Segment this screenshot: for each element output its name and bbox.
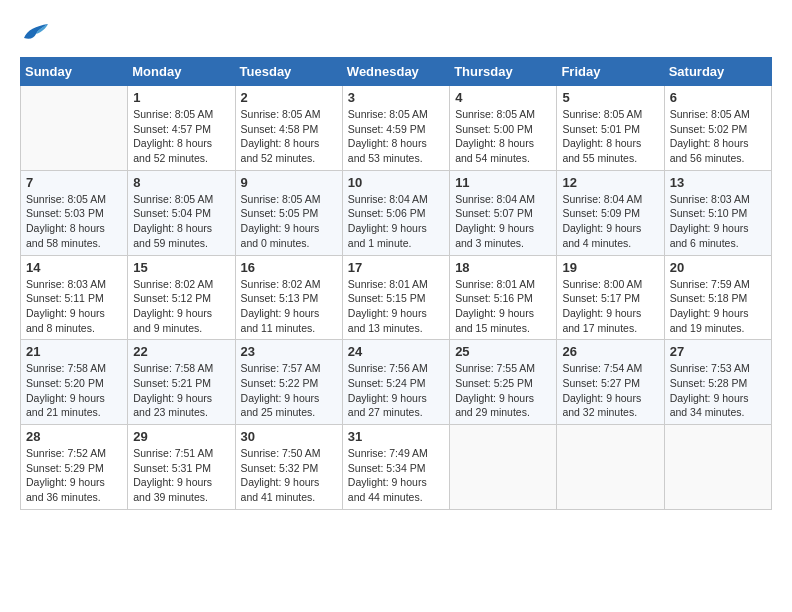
calendar-cell: 19Sunrise: 8:00 AM Sunset: 5:17 PM Dayli…	[557, 255, 664, 340]
day-number: 15	[133, 260, 229, 275]
day-number: 16	[241, 260, 337, 275]
day-info: Sunrise: 8:05 AM Sunset: 5:05 PM Dayligh…	[241, 192, 337, 251]
calendar-cell: 10Sunrise: 8:04 AM Sunset: 5:06 PM Dayli…	[342, 170, 449, 255]
calendar-cell: 11Sunrise: 8:04 AM Sunset: 5:07 PM Dayli…	[450, 170, 557, 255]
day-number: 25	[455, 344, 551, 359]
day-info: Sunrise: 8:04 AM Sunset: 5:07 PM Dayligh…	[455, 192, 551, 251]
day-info: Sunrise: 8:05 AM Sunset: 4:59 PM Dayligh…	[348, 107, 444, 166]
calendar-cell: 26Sunrise: 7:54 AM Sunset: 5:27 PM Dayli…	[557, 340, 664, 425]
day-number: 7	[26, 175, 122, 190]
week-row-3: 14Sunrise: 8:03 AM Sunset: 5:11 PM Dayli…	[21, 255, 772, 340]
day-number: 4	[455, 90, 551, 105]
week-row-1: 1Sunrise: 8:05 AM Sunset: 4:57 PM Daylig…	[21, 86, 772, 171]
day-number: 29	[133, 429, 229, 444]
weekday-header-wednesday: Wednesday	[342, 58, 449, 86]
calendar-cell	[664, 425, 771, 510]
calendar-cell	[21, 86, 128, 171]
day-info: Sunrise: 7:53 AM Sunset: 5:28 PM Dayligh…	[670, 361, 766, 420]
calendar-cell: 12Sunrise: 8:04 AM Sunset: 5:09 PM Dayli…	[557, 170, 664, 255]
calendar-cell: 18Sunrise: 8:01 AM Sunset: 5:16 PM Dayli…	[450, 255, 557, 340]
day-number: 8	[133, 175, 229, 190]
day-number: 30	[241, 429, 337, 444]
day-number: 22	[133, 344, 229, 359]
day-number: 31	[348, 429, 444, 444]
day-info: Sunrise: 8:04 AM Sunset: 5:09 PM Dayligh…	[562, 192, 658, 251]
calendar-table: SundayMondayTuesdayWednesdayThursdayFrid…	[20, 57, 772, 510]
day-info: Sunrise: 8:01 AM Sunset: 5:16 PM Dayligh…	[455, 277, 551, 336]
week-row-5: 28Sunrise: 7:52 AM Sunset: 5:29 PM Dayli…	[21, 425, 772, 510]
weekday-header-tuesday: Tuesday	[235, 58, 342, 86]
day-number: 9	[241, 175, 337, 190]
calendar-cell: 3Sunrise: 8:05 AM Sunset: 4:59 PM Daylig…	[342, 86, 449, 171]
day-number: 27	[670, 344, 766, 359]
calendar-cell: 9Sunrise: 8:05 AM Sunset: 5:05 PM Daylig…	[235, 170, 342, 255]
calendar-cell	[557, 425, 664, 510]
calendar-cell: 7Sunrise: 8:05 AM Sunset: 5:03 PM Daylig…	[21, 170, 128, 255]
day-number: 11	[455, 175, 551, 190]
day-info: Sunrise: 8:03 AM Sunset: 5:11 PM Dayligh…	[26, 277, 122, 336]
calendar-cell: 17Sunrise: 8:01 AM Sunset: 5:15 PM Dayli…	[342, 255, 449, 340]
day-number: 6	[670, 90, 766, 105]
day-number: 14	[26, 260, 122, 275]
weekday-header-row: SundayMondayTuesdayWednesdayThursdayFrid…	[21, 58, 772, 86]
calendar-cell: 5Sunrise: 8:05 AM Sunset: 5:01 PM Daylig…	[557, 86, 664, 171]
day-info: Sunrise: 8:05 AM Sunset: 4:57 PM Dayligh…	[133, 107, 229, 166]
day-info: Sunrise: 8:02 AM Sunset: 5:12 PM Dayligh…	[133, 277, 229, 336]
page-header	[20, 20, 772, 42]
day-info: Sunrise: 8:04 AM Sunset: 5:06 PM Dayligh…	[348, 192, 444, 251]
calendar-cell: 21Sunrise: 7:58 AM Sunset: 5:20 PM Dayli…	[21, 340, 128, 425]
day-info: Sunrise: 8:02 AM Sunset: 5:13 PM Dayligh…	[241, 277, 337, 336]
calendar-cell: 29Sunrise: 7:51 AM Sunset: 5:31 PM Dayli…	[128, 425, 235, 510]
calendar-cell: 8Sunrise: 8:05 AM Sunset: 5:04 PM Daylig…	[128, 170, 235, 255]
day-info: Sunrise: 8:05 AM Sunset: 5:04 PM Dayligh…	[133, 192, 229, 251]
calendar-cell: 30Sunrise: 7:50 AM Sunset: 5:32 PM Dayli…	[235, 425, 342, 510]
day-info: Sunrise: 7:58 AM Sunset: 5:20 PM Dayligh…	[26, 361, 122, 420]
day-number: 12	[562, 175, 658, 190]
calendar-cell: 4Sunrise: 8:05 AM Sunset: 5:00 PM Daylig…	[450, 86, 557, 171]
day-info: Sunrise: 7:59 AM Sunset: 5:18 PM Dayligh…	[670, 277, 766, 336]
day-number: 24	[348, 344, 444, 359]
day-info: Sunrise: 8:05 AM Sunset: 5:03 PM Dayligh…	[26, 192, 122, 251]
day-info: Sunrise: 7:57 AM Sunset: 5:22 PM Dayligh…	[241, 361, 337, 420]
day-number: 1	[133, 90, 229, 105]
logo-bird-icon	[22, 20, 50, 42]
day-number: 2	[241, 90, 337, 105]
weekday-header-sunday: Sunday	[21, 58, 128, 86]
calendar-cell: 16Sunrise: 8:02 AM Sunset: 5:13 PM Dayli…	[235, 255, 342, 340]
calendar-cell: 6Sunrise: 8:05 AM Sunset: 5:02 PM Daylig…	[664, 86, 771, 171]
calendar-cell: 27Sunrise: 7:53 AM Sunset: 5:28 PM Dayli…	[664, 340, 771, 425]
day-info: Sunrise: 7:50 AM Sunset: 5:32 PM Dayligh…	[241, 446, 337, 505]
day-info: Sunrise: 7:55 AM Sunset: 5:25 PM Dayligh…	[455, 361, 551, 420]
day-info: Sunrise: 8:05 AM Sunset: 5:02 PM Dayligh…	[670, 107, 766, 166]
day-info: Sunrise: 7:52 AM Sunset: 5:29 PM Dayligh…	[26, 446, 122, 505]
day-info: Sunrise: 7:56 AM Sunset: 5:24 PM Dayligh…	[348, 361, 444, 420]
calendar-cell: 2Sunrise: 8:05 AM Sunset: 4:58 PM Daylig…	[235, 86, 342, 171]
day-info: Sunrise: 7:58 AM Sunset: 5:21 PM Dayligh…	[133, 361, 229, 420]
day-info: Sunrise: 8:01 AM Sunset: 5:15 PM Dayligh…	[348, 277, 444, 336]
day-number: 19	[562, 260, 658, 275]
week-row-4: 21Sunrise: 7:58 AM Sunset: 5:20 PM Dayli…	[21, 340, 772, 425]
day-info: Sunrise: 8:05 AM Sunset: 5:01 PM Dayligh…	[562, 107, 658, 166]
day-number: 10	[348, 175, 444, 190]
calendar-cell: 24Sunrise: 7:56 AM Sunset: 5:24 PM Dayli…	[342, 340, 449, 425]
weekday-header-friday: Friday	[557, 58, 664, 86]
day-number: 18	[455, 260, 551, 275]
logo	[20, 20, 50, 42]
day-number: 3	[348, 90, 444, 105]
calendar-cell: 14Sunrise: 8:03 AM Sunset: 5:11 PM Dayli…	[21, 255, 128, 340]
day-info: Sunrise: 7:51 AM Sunset: 5:31 PM Dayligh…	[133, 446, 229, 505]
day-number: 5	[562, 90, 658, 105]
day-info: Sunrise: 8:05 AM Sunset: 4:58 PM Dayligh…	[241, 107, 337, 166]
day-number: 20	[670, 260, 766, 275]
week-row-2: 7Sunrise: 8:05 AM Sunset: 5:03 PM Daylig…	[21, 170, 772, 255]
day-number: 23	[241, 344, 337, 359]
calendar-cell: 31Sunrise: 7:49 AM Sunset: 5:34 PM Dayli…	[342, 425, 449, 510]
weekday-header-saturday: Saturday	[664, 58, 771, 86]
day-number: 17	[348, 260, 444, 275]
calendar-cell: 25Sunrise: 7:55 AM Sunset: 5:25 PM Dayli…	[450, 340, 557, 425]
day-number: 26	[562, 344, 658, 359]
calendar-cell: 13Sunrise: 8:03 AM Sunset: 5:10 PM Dayli…	[664, 170, 771, 255]
weekday-header-monday: Monday	[128, 58, 235, 86]
day-number: 28	[26, 429, 122, 444]
calendar-cell: 1Sunrise: 8:05 AM Sunset: 4:57 PM Daylig…	[128, 86, 235, 171]
